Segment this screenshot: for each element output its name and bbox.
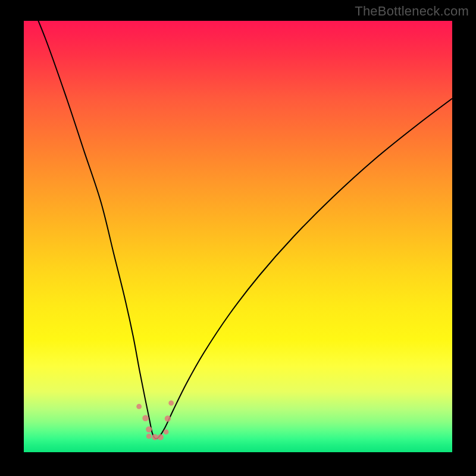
bottleneck-curve [24,21,452,439]
sample-point [165,415,171,421]
chart-container: TheBottleneck.com [0,0,476,476]
sample-point [146,434,152,439]
watermark-text: TheBottleneck.com [355,4,469,19]
curve-layer [24,21,452,452]
sample-point [168,400,174,406]
marker-group [136,400,174,440]
sample-point [164,430,169,435]
sample-point [146,426,152,432]
plot-area [24,21,452,452]
sample-point [136,404,142,409]
sample-point [157,434,163,440]
sample-point [142,415,148,421]
sample-point [152,434,158,440]
